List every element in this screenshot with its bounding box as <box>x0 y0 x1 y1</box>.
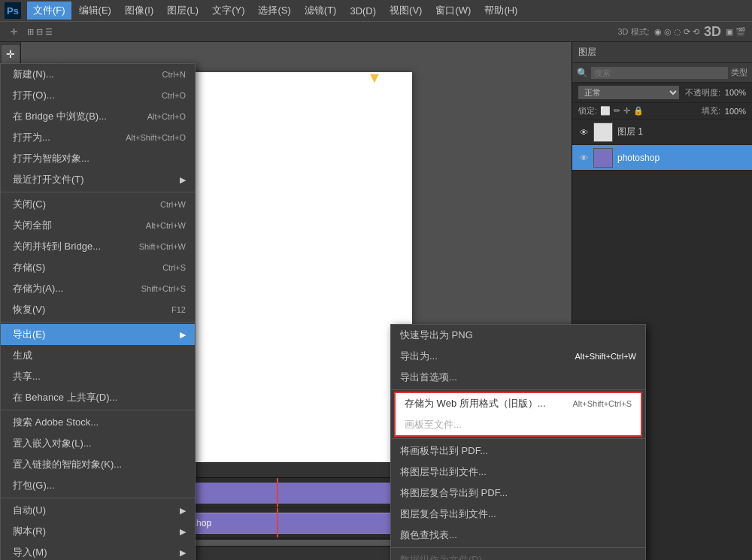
menu-import[interactable]: 导入(M) ▶ <box>1 542 195 560</box>
menu-open-smart[interactable]: 打开为智能对象... <box>1 148 195 169</box>
menu-close-bridge[interactable]: 关闭并转到 Bridge... Shift+Ctrl+W <box>1 236 195 257</box>
export-export-as[interactable]: 导出为... Alt+Shift+Ctrl+W <box>391 346 645 367</box>
move-tool-icon: ✛ <box>6 24 21 39</box>
lock-all-icon[interactable]: 🔒 <box>633 106 644 116</box>
menu-behance[interactable]: 在 Behance 上共享(D)... <box>1 387 195 408</box>
menu-sep4 <box>1 498 195 498</box>
menu-scripts[interactable]: 脚本(R) ▶ <box>1 521 195 542</box>
tl-playhead2 <box>277 508 278 537</box>
fill-value: 100% <box>723 107 746 116</box>
blend-row: 正常 不透明度: 100% <box>572 83 752 103</box>
menu-place-embedded[interactable]: 置入嵌入对象(L)... <box>1 433 195 454</box>
menu-sep1 <box>1 192 195 192</box>
export-prefs[interactable]: 导出首选项... <box>391 367 645 388</box>
export-artboards: 画板至文件... <box>396 414 641 435</box>
export-save-for-web[interactable]: 存储为 Web 所用格式（旧版）... Alt+Shift+Ctrl+S <box>396 393 641 414</box>
export-layers-to-files2[interactable]: 图层复合导出到文件... <box>391 504 645 525</box>
fill-label: 填充: <box>702 105 720 117</box>
export-to-pdf[interactable]: 将画板导出到 PDF... <box>391 440 645 462</box>
layer1-name: 图层 1 <box>617 126 746 138</box>
tl-playhead <box>277 478 278 507</box>
ps-logo: Ps <box>5 2 21 19</box>
export-data-sets: 数据组作为文件(D)... <box>391 549 645 560</box>
main-area: ✛ ⊡ ◌ ✦ ⊟ ◈ ⊕ ✏ ⚑ ↺ ◻ ▦ ◉ ○ ✒ T ↖ □ ✋ ⊕ … <box>0 42 752 560</box>
layers-panel-header: 图层 <box>572 42 752 63</box>
menu-close[interactable]: 关闭(C) Ctrl+W <box>1 194 195 215</box>
lock-transparent-icon[interactable]: ⬜ <box>600 106 611 116</box>
layer-item-photoshop[interactable]: 👁 photoshop <box>572 145 752 171</box>
opacity-value: 100% <box>723 88 746 97</box>
menu-automate[interactable]: 自动(U) ▶ <box>1 500 195 521</box>
menu-item-edit[interactable]: 编辑(E) <box>73 2 117 20</box>
layers-panel-title: 图层 <box>578 46 596 59</box>
export-submenu: 快速导出为 PNG 导出为... Alt+Shift+Ctrl+W 导出首选项.… <box>390 324 646 560</box>
layer1-thumb <box>593 123 613 142</box>
menu-new[interactable]: 新建(N)... Ctrl+N <box>1 64 195 85</box>
export-sep2 <box>391 438 645 439</box>
menu-export[interactable]: 导出(E) ▶ 快速导出为 PNG 导出为... Alt+Shift+Ctrl+… <box>1 324 195 345</box>
export-color-lookup[interactable]: 颜色查找表... <box>391 525 645 546</box>
menu-save[interactable]: 存储(S) Ctrl+S <box>1 257 195 278</box>
menu-open[interactable]: 打开(O)... Ctrl+O <box>1 85 195 106</box>
export-layers-to-files[interactable]: 将图层导出到文件... <box>391 462 645 483</box>
menu-sep2 <box>1 322 195 322</box>
menu-item-help[interactable]: 帮助(H) <box>478 2 523 20</box>
canvas-arrow-icon: ▼ <box>367 69 382 86</box>
file-menu-dropdown: 新建(N)... Ctrl+N 打开(O)... Ctrl+O 在 Bridge… <box>0 63 196 560</box>
layer-item-layer1[interactable]: 👁 图层 1 <box>572 120 752 145</box>
export-quick-png[interactable]: 快速导出为 PNG <box>391 325 645 346</box>
lock-label: 锁定: <box>578 105 597 117</box>
menu-item-layer[interactable]: 图层(L) <box>161 2 205 20</box>
lock-row: 锁定: ⬜ ✏ ✛ 🔒 填充: 100% <box>572 103 752 120</box>
mode-label: 3D 模式: <box>618 26 650 38</box>
menu-item-window[interactable]: 窗口(W) <box>429 2 477 20</box>
photoshop-thumb <box>593 148 613 168</box>
menu-share[interactable]: 共享... <box>1 366 195 387</box>
menu-item-type[interactable]: 文字(Y) <box>206 2 250 20</box>
filter-type-label: 类型 <box>731 67 747 78</box>
menu-item-select[interactable]: 选择(S) <box>252 2 296 20</box>
options-bar: ✛ ⊞ ⊟ ☰ 3D 模式: ◉ ◎ ◌ ⟳ ⟲ 3D ▣ 🎬 <box>0 21 752 42</box>
menu-item-3d[interactable]: 3D(D) <box>344 3 382 19</box>
menu-save-as[interactable]: 存储为(A)... Shift+Ctrl+S <box>1 278 195 299</box>
layers-search-bar: 🔍 类型 <box>572 63 752 83</box>
menu-recent[interactable]: 最近打开文件(T) ▶ <box>1 169 195 190</box>
menu-browse[interactable]: 在 Bridge 中浏览(B)... Alt+Ctrl+O <box>1 106 195 127</box>
menu-item-view[interactable]: 视图(V) <box>384 2 428 20</box>
menu-item-file[interactable]: 文件(F) <box>27 2 71 20</box>
menu-item-image[interactable]: 图像(I) <box>119 2 159 20</box>
search-icon: 🔍 <box>577 68 588 78</box>
export-sep3 <box>391 547 645 548</box>
lock-brush-icon[interactable]: ✏ <box>614 106 620 116</box>
photoshop-visibility-icon[interactable]: 👁 <box>578 153 589 163</box>
menu-place-linked[interactable]: 置入链接的智能对象(K)... <box>1 454 195 475</box>
export-layers-to-pdf[interactable]: 将图层复合导出到 PDF... <box>391 483 645 504</box>
menu-package[interactable]: 打包(G)... <box>1 475 195 496</box>
menu-sep3 <box>1 410 195 410</box>
menu-revert[interactable]: 恢复(V) F12 <box>1 299 195 320</box>
menu-search-stock[interactable]: 搜索 Adobe Stock... <box>1 412 195 433</box>
blend-mode-select[interactable]: 正常 <box>578 86 679 99</box>
lock-move-icon[interactable]: ✛ <box>623 106 630 116</box>
menu-open-as[interactable]: 打开为... Alt+Shift+Ctrl+O <box>1 127 195 148</box>
menu-generate[interactable]: 生成 <box>1 345 195 366</box>
menu-bar: Ps 文件(F) 编辑(E) 图像(I) 图层(L) 文字(Y) 选择(S) 滤… <box>0 0 752 21</box>
menu-item-filter[interactable]: 滤镜(T) <box>299 2 343 20</box>
menu-close-all[interactable]: 关闭全部 Alt+Ctrl+W <box>1 215 195 236</box>
export-sep1 <box>391 389 645 390</box>
layer1-visibility-icon[interactable]: 👁 <box>578 127 589 138</box>
photoshop-layer-name: photoshop <box>617 153 746 163</box>
opacity-label: 不透明度: <box>685 87 720 98</box>
layers-search-input[interactable] <box>591 67 728 79</box>
highlighted-export-box: 存储为 Web 所用格式（旧版）... Alt+Shift+Ctrl+S 画板至… <box>394 392 642 437</box>
move-tool[interactable]: ✛ <box>2 45 20 63</box>
